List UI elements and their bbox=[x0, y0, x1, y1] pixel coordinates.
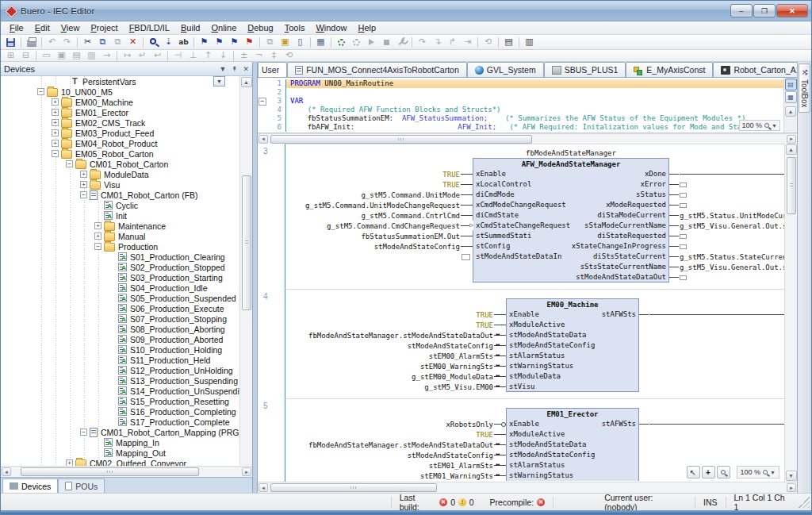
menu-item[interactable]: Project bbox=[85, 22, 123, 33]
login-icon[interactable] bbox=[334, 36, 349, 48]
tree-item[interactable]: + EM02_CMS_Track bbox=[1, 117, 239, 128]
editor-tab[interactable]: Robot_Carton_A1 ▼ bbox=[713, 62, 797, 77]
toolbar-separator-icon[interactable] bbox=[114, 49, 120, 62]
input-pin[interactable]: stModeAndStateConfig bbox=[509, 340, 595, 351]
output-pin[interactable]: diStaModeCurrent bbox=[597, 210, 666, 221]
toolbar-separator-icon[interactable] bbox=[231, 49, 236, 62]
input-variable[interactable]: stEM01_AlarmSts bbox=[285, 462, 493, 470]
output-variable[interactable]: g_stM5.Status.StateCurrent bbox=[680, 253, 784, 261]
tree-item[interactable]: S05_Production_Suspended bbox=[1, 293, 239, 303]
replace-icon[interactable]: ab bbox=[176, 36, 191, 48]
tree-item[interactable]: S04_Production_Idle bbox=[1, 282, 239, 293]
output-variable[interactable]: g_stM5.Status.UnitModeCurr bbox=[680, 212, 784, 220]
insert-box-en-icon[interactable]: ▤ bbox=[69, 49, 84, 62]
menu-item[interactable]: Tools bbox=[279, 22, 311, 33]
input-variable[interactable]: stEM00_WarningSts bbox=[285, 363, 493, 371]
fbd-network[interactable]: 3 fbModeAndStateManager AFW_ModeAndState… bbox=[285, 144, 784, 289]
menu-item[interactable]: Debug bbox=[242, 22, 278, 33]
input-pin[interactable]: stModuleData bbox=[509, 371, 561, 382]
scroll-right-icon[interactable]: ▸ bbox=[787, 135, 796, 144]
fold-marker-icon[interactable] bbox=[258, 114, 266, 123]
paste-icon[interactable]: ⧉ bbox=[110, 36, 125, 48]
editor-tab[interactable]: E_MyAxisConst ▼ bbox=[626, 62, 713, 77]
tree-item[interactable]: S17_Production_Complete bbox=[1, 417, 239, 427]
fbd-vertical-scrollbar[interactable]: ▲ ▼ bbox=[784, 144, 797, 482]
panel-menu-icon[interactable]: ▼ bbox=[220, 65, 227, 73]
editor-tab[interactable]: GVL_System ▼ bbox=[467, 62, 544, 77]
step-over-icon[interactable]: ↷ bbox=[415, 36, 430, 48]
block-title[interactable]: EM01_Erector bbox=[506, 408, 639, 419]
input-pin[interactable]: xEnable bbox=[509, 419, 539, 429]
start-icon[interactable] bbox=[364, 36, 379, 48]
input-pin[interactable]: stModeAndStateDataIn bbox=[476, 252, 561, 262]
menu-item[interactable]: Build bbox=[175, 22, 205, 33]
input-variable[interactable]: g_stEM00_ModuleData bbox=[285, 373, 493, 381]
toolbar-separator-icon[interactable] bbox=[39, 36, 44, 48]
fold-marker-icon[interactable] bbox=[258, 79, 266, 88]
input-pin[interactable]: xModuleActive bbox=[509, 320, 565, 330]
tree-item[interactable]: S10_Production_Holding bbox=[1, 344, 239, 355]
fold-marker-icon[interactable] bbox=[258, 106, 266, 114]
single-cycle-icon[interactable] bbox=[394, 36, 409, 48]
input-pin[interactable]: stWarningStatus bbox=[509, 361, 573, 371]
scroll-up-icon[interactable]: ▲ bbox=[786, 144, 797, 155]
negate-icon[interactable]: ¬ bbox=[251, 49, 266, 62]
declaration-zoom-badge[interactable]: 100 % ▼ bbox=[739, 120, 780, 131]
tree-expander-icon[interactable]: − bbox=[66, 160, 73, 167]
insert-branch-below-icon[interactable]: ⊥ bbox=[186, 49, 201, 62]
tree-expander-icon[interactable]: + bbox=[52, 109, 59, 116]
tree-vertical-scrollbar[interactable]: ▲ bbox=[239, 76, 252, 466]
logout-icon[interactable] bbox=[349, 36, 364, 48]
input-variable[interactable]: fbModeAndStateManager.stModeAndStateData… bbox=[285, 332, 493, 340]
scroll-left-icon[interactable]: ◂ bbox=[259, 483, 268, 492]
fold-marker-icon[interactable] bbox=[258, 88, 266, 97]
step-into-icon[interactable]: ↴ bbox=[430, 36, 445, 48]
menu-item[interactable]: Online bbox=[205, 22, 242, 33]
toolbar-separator-icon[interactable] bbox=[475, 36, 481, 48]
input-pin[interactable]: stConfig bbox=[476, 241, 510, 252]
scroll-up-icon[interactable]: ▲ bbox=[785, 106, 796, 117]
output-pin[interactable]: sStaModeCurrentName bbox=[584, 221, 666, 231]
zoom-button[interactable] bbox=[717, 466, 730, 478]
input-variable[interactable]: g_stM5.Command.UnitMode bbox=[285, 191, 460, 199]
undo-icon[interactable]: ↶ bbox=[44, 36, 59, 48]
input-pin[interactable]: stVisu bbox=[509, 382, 535, 391]
dock-tab[interactable]: POUs bbox=[58, 478, 105, 493]
input-pin[interactable]: stModeAndStateData bbox=[509, 330, 587, 340]
tree-item[interactable]: S07_Production_Stopping bbox=[1, 313, 239, 324]
scrollbar-thumb[interactable] bbox=[270, 135, 532, 144]
build-icon[interactable]: ▦ bbox=[313, 36, 328, 48]
fold-marker-icon[interactable] bbox=[258, 97, 266, 106]
bookmark-previous-icon[interactable]: ⚑ bbox=[227, 36, 242, 48]
move-down-icon[interactable]: ↓ bbox=[216, 49, 231, 62]
fbd-editor[interactable]: 3 fbModeAndStateManager AFW_ModeAndState… bbox=[258, 144, 797, 482]
tree-expander-icon[interactable]: + bbox=[94, 222, 102, 229]
fold-marker-icon[interactable] bbox=[258, 123, 266, 132]
toolbar-separator-icon[interactable] bbox=[516, 36, 522, 48]
tree-item[interactable]: − 10_UN00_M5 bbox=[1, 86, 239, 97]
update-parameters-icon[interactable]: ⟲ bbox=[282, 49, 297, 62]
tree-combo-dropdown[interactable]: ▼ bbox=[213, 76, 225, 86]
toolbar-separator-icon[interactable] bbox=[165, 49, 170, 62]
incremental-search-icon[interactable]: ⇣ bbox=[161, 36, 176, 48]
input-variable[interactable]: stEM01_WarningSts bbox=[285, 472, 493, 480]
fbd-zoom-badge[interactable]: 100 % ▼ bbox=[737, 466, 779, 478]
scrollbar-thumb[interactable] bbox=[787, 157, 796, 214]
output-pin[interactable]: xDone bbox=[645, 169, 666, 179]
textual-view-button[interactable]: ▤ bbox=[785, 79, 797, 90]
input-variable[interactable]: TRUE bbox=[285, 181, 460, 189]
tree-item[interactable]: + EM00_Machine bbox=[1, 97, 239, 107]
maximize-button[interactable]: ❐ bbox=[753, 4, 776, 17]
tree-item[interactable]: Init bbox=[1, 210, 239, 221]
code-line[interactable]: 5 fbStatusSummationEM: AFW_StatusSummati… bbox=[258, 114, 783, 123]
insert-network-icon[interactable]: ⊞ bbox=[3, 49, 18, 62]
editor-tab[interactable]: User ▼ bbox=[258, 62, 287, 77]
input-variable[interactable]: fbStatusSummationEM.Out bbox=[285, 233, 460, 240]
scrollbar-thumb[interactable] bbox=[242, 175, 251, 310]
edge-detection-icon[interactable]: ‡ bbox=[266, 49, 282, 62]
toolbox-tab[interactable]: ⚒ ToolBox bbox=[799, 63, 810, 113]
input-variable[interactable]: TRUE bbox=[285, 321, 493, 329]
tree-item[interactable]: S13_Production_Suspending bbox=[1, 375, 239, 386]
toolbar-separator-icon[interactable] bbox=[33, 49, 39, 62]
toolbar-separator-icon[interactable] bbox=[257, 36, 262, 48]
